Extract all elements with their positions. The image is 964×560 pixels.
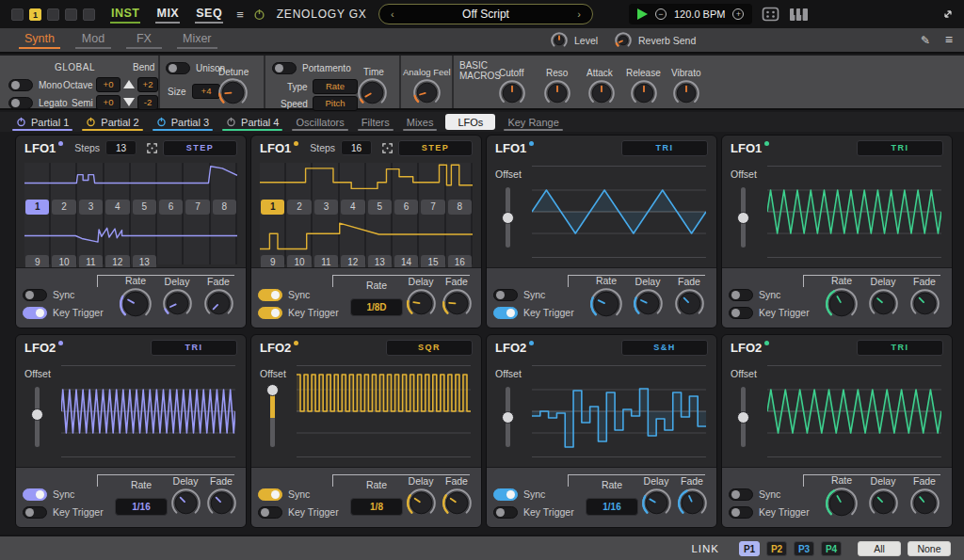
portamento-time-knob[interactable] bbox=[357, 77, 388, 108]
delay-knob[interactable] bbox=[170, 488, 201, 519]
bpm-decrease-icon[interactable]: − bbox=[655, 8, 667, 20]
sync-toggle[interactable] bbox=[729, 289, 753, 301]
bend-down-value[interactable]: -2 bbox=[137, 95, 158, 110]
octave-value[interactable]: +0 bbox=[96, 77, 120, 92]
sync-toggle[interactable] bbox=[258, 488, 282, 501]
lfo-mode-button[interactable]: TRI bbox=[151, 340, 237, 356]
step-cell-selected[interactable]: 1 bbox=[261, 200, 284, 215]
offset-slider[interactable] bbox=[506, 187, 510, 248]
partial-power-icon[interactable] bbox=[226, 117, 236, 127]
window-slot-button[interactable] bbox=[65, 8, 77, 21]
tab-partial-4[interactable]: Partial 4 bbox=[217, 112, 287, 132]
tab-partial-3[interactable]: Partial 3 bbox=[148, 112, 217, 132]
tab-partial-1[interactable]: Partial 1 bbox=[8, 112, 77, 132]
lfo-mode-button[interactable]: SQR bbox=[386, 340, 473, 356]
step-cell[interactable]: 7 bbox=[421, 200, 444, 215]
link-p3-button[interactable]: P3 bbox=[794, 541, 814, 556]
reverb-send-knob[interactable] bbox=[614, 31, 633, 50]
offset-slider[interactable] bbox=[35, 387, 40, 447]
bend-up-value[interactable]: +2 bbox=[137, 77, 158, 92]
link-p2-button[interactable]: P2 bbox=[766, 541, 787, 556]
window-slot-button[interactable] bbox=[11, 8, 24, 21]
tab-synth[interactable]: Synth bbox=[19, 28, 60, 49]
mono-toggle[interactable] bbox=[8, 79, 33, 91]
sync-toggle[interactable] bbox=[729, 488, 753, 501]
hamburger-menu-icon[interactable]: ≡ bbox=[236, 8, 244, 22]
semi-value[interactable]: +0 bbox=[96, 95, 120, 110]
tab-lfos[interactable]: LFOs bbox=[445, 114, 495, 130]
tab-key-range[interactable]: Key Range bbox=[499, 112, 567, 132]
key-trigger-toggle[interactable] bbox=[258, 307, 282, 319]
lfo-mode-button[interactable]: TRI bbox=[857, 140, 943, 156]
rate-knob[interactable] bbox=[589, 287, 623, 321]
keyboard-icon[interactable] bbox=[789, 8, 809, 22]
fade-knob[interactable] bbox=[909, 488, 940, 519]
drum-pad-icon[interactable] bbox=[762, 7, 779, 22]
offset-slider-thumb[interactable] bbox=[266, 384, 279, 396]
porta-speed-value[interactable]: Pitch bbox=[313, 96, 358, 111]
analog-feel-knob[interactable] bbox=[412, 78, 442, 107]
rate-value[interactable]: 1/16 bbox=[115, 498, 168, 516]
lfo-mode-button[interactable]: TRI bbox=[621, 140, 708, 156]
offset-slider[interactable] bbox=[506, 387, 510, 447]
step-cell[interactable]: 6 bbox=[394, 200, 418, 215]
level-knob[interactable] bbox=[550, 31, 569, 50]
step-cell[interactable]: 2 bbox=[52, 200, 75, 215]
rate-knob[interactable] bbox=[119, 287, 153, 321]
sync-toggle[interactable] bbox=[493, 289, 518, 301]
link-all-button[interactable]: All bbox=[858, 541, 901, 556]
window-slot-button[interactable] bbox=[83, 8, 95, 21]
fade-knob[interactable] bbox=[206, 488, 237, 519]
lfo-mode-button[interactable]: S&H bbox=[621, 340, 708, 356]
rate-knob[interactable] bbox=[825, 487, 859, 520]
window-slot-button-active[interactable]: 1 bbox=[29, 8, 41, 21]
tab-mix[interactable]: MIX bbox=[155, 5, 180, 24]
partial-power-icon[interactable] bbox=[16, 117, 26, 127]
delay-knob[interactable] bbox=[868, 488, 899, 519]
delay-knob[interactable] bbox=[406, 488, 437, 519]
rate-value[interactable]: 1/8 bbox=[350, 498, 403, 516]
resize-icon[interactable] bbox=[941, 8, 955, 21]
step-cell[interactable]: 4 bbox=[105, 200, 129, 215]
link-p1-button[interactable]: P1 bbox=[739, 541, 760, 556]
sync-toggle[interactable] bbox=[258, 289, 282, 301]
offset-slider[interactable] bbox=[741, 387, 746, 447]
rate-value[interactable]: 1/16 bbox=[586, 498, 638, 516]
bend-down-arrow[interactable] bbox=[123, 98, 135, 106]
vibrato-knob[interactable] bbox=[672, 79, 700, 107]
expand-icon[interactable] bbox=[382, 142, 393, 154]
preset-selector[interactable]: ‹ Off Script › bbox=[378, 4, 593, 24]
partial-power-icon[interactable] bbox=[156, 117, 167, 127]
sync-toggle[interactable] bbox=[23, 488, 47, 501]
play-button[interactable] bbox=[637, 8, 648, 20]
window-slot-button[interactable] bbox=[47, 8, 59, 21]
unison-toggle[interactable] bbox=[166, 62, 190, 74]
offset-slider-thumb[interactable] bbox=[737, 212, 749, 224]
step-cell[interactable]: 5 bbox=[133, 200, 156, 215]
tab-partial-2[interactable]: Partial 2 bbox=[77, 112, 147, 132]
key-trigger-toggle[interactable] bbox=[23, 307, 47, 319]
step-cell[interactable]: 5 bbox=[368, 200, 392, 215]
key-trigger-toggle[interactable] bbox=[729, 307, 753, 319]
reso-knob[interactable] bbox=[543, 79, 571, 107]
tab-oscillators[interactable]: Oscillators bbox=[287, 112, 352, 132]
step-cell[interactable]: 8 bbox=[448, 200, 472, 215]
legato-toggle[interactable] bbox=[8, 97, 33, 109]
unison-size-value[interactable]: +4 bbox=[192, 84, 220, 99]
steps-value[interactable]: 13 bbox=[105, 140, 137, 155]
fade-knob[interactable] bbox=[677, 488, 708, 519]
offset-slider-thumb[interactable] bbox=[31, 408, 43, 421]
offset-slider[interactable] bbox=[741, 187, 746, 248]
sync-toggle[interactable] bbox=[23, 289, 47, 301]
delay-knob[interactable] bbox=[633, 288, 664, 319]
key-trigger-toggle[interactable] bbox=[23, 506, 47, 519]
partial-power-icon[interactable] bbox=[86, 117, 96, 127]
step-cell[interactable]: 8 bbox=[213, 200, 236, 215]
detune-knob[interactable] bbox=[217, 77, 249, 108]
delay-knob[interactable] bbox=[162, 288, 193, 319]
step-cell[interactable]: 2 bbox=[287, 200, 311, 215]
fade-knob[interactable] bbox=[442, 488, 473, 519]
offset-slider[interactable] bbox=[270, 387, 275, 447]
fade-knob[interactable] bbox=[203, 288, 234, 319]
step-cell[interactable]: 6 bbox=[159, 200, 183, 215]
